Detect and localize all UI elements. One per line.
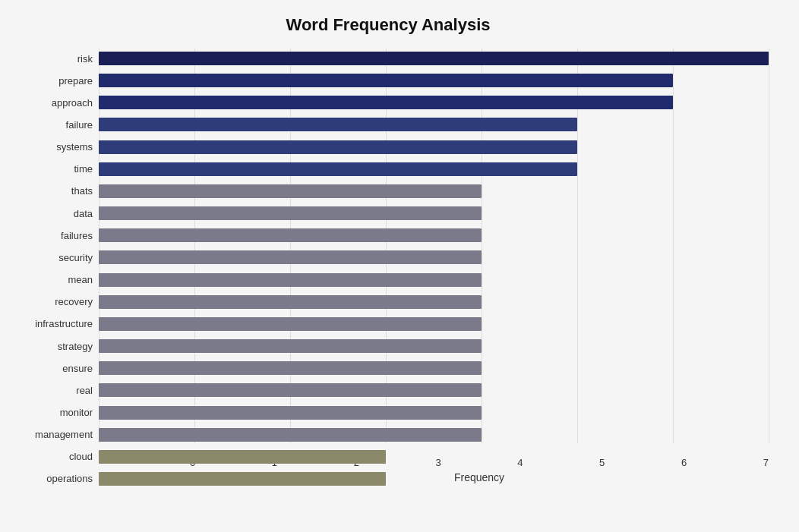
y-label: thats xyxy=(8,181,99,201)
bar-row xyxy=(99,425,769,445)
bar-row xyxy=(99,71,769,90)
bar xyxy=(99,450,386,464)
y-label: operations xyxy=(8,469,99,489)
y-label: time xyxy=(8,159,99,179)
chart-container: Word Frequency Analysis riskprepareappro… xyxy=(0,0,799,532)
y-label: mean xyxy=(8,270,99,290)
bar xyxy=(99,118,577,131)
bar xyxy=(99,295,482,309)
y-label: infrastructure xyxy=(8,314,99,334)
bar-row xyxy=(99,469,769,489)
y-label: systems xyxy=(8,137,99,157)
chart-area: riskprepareapproachfailuresystemstimetha… xyxy=(8,49,769,489)
bar-row xyxy=(99,358,769,378)
bar-row xyxy=(99,292,769,312)
y-label: failure xyxy=(8,115,99,134)
bar-row xyxy=(99,115,769,134)
bar xyxy=(99,383,482,397)
bar-row xyxy=(99,93,769,112)
bar xyxy=(99,250,482,264)
y-label: monitor xyxy=(8,403,99,423)
bar xyxy=(99,162,577,176)
bar-row xyxy=(99,336,769,356)
y-label: cloud xyxy=(8,447,99,467)
bar-row xyxy=(99,447,769,467)
bar-row xyxy=(99,49,769,68)
bar xyxy=(99,406,482,420)
y-label: ensure xyxy=(8,358,99,378)
bar xyxy=(99,184,482,198)
bar-row xyxy=(99,159,769,179)
y-label: strategy xyxy=(8,336,99,356)
bar-row xyxy=(99,380,769,400)
y-label: failures xyxy=(8,225,99,245)
y-label: prepare xyxy=(8,71,99,90)
bar-row xyxy=(99,203,769,223)
bar-row xyxy=(99,247,769,267)
bar xyxy=(99,206,482,220)
bar-row xyxy=(99,137,769,157)
bar xyxy=(99,361,482,375)
bar xyxy=(99,52,769,65)
y-label: approach xyxy=(8,93,99,112)
bar xyxy=(99,273,482,287)
y-label: security xyxy=(8,247,99,267)
bar-row xyxy=(99,314,769,334)
bar xyxy=(99,428,482,442)
bar xyxy=(99,228,482,242)
bar-row xyxy=(99,225,769,245)
y-axis: riskprepareapproachfailuresystemstimetha… xyxy=(8,49,99,489)
bar-row xyxy=(99,181,769,201)
bar xyxy=(99,140,577,154)
bar xyxy=(99,472,386,486)
y-label: recovery xyxy=(8,292,99,312)
bar xyxy=(99,317,482,331)
y-label: real xyxy=(8,380,99,400)
y-label: data xyxy=(8,203,99,223)
bar xyxy=(99,74,673,87)
y-label: management xyxy=(8,425,99,445)
bar-row xyxy=(99,403,769,423)
chart-title: Word Frequency Analysis xyxy=(8,15,769,35)
y-label: risk xyxy=(8,49,99,68)
bar xyxy=(99,339,482,353)
bars-area: 01234567 Frequency xyxy=(99,49,769,489)
bar-row xyxy=(99,270,769,290)
bar xyxy=(99,96,673,109)
